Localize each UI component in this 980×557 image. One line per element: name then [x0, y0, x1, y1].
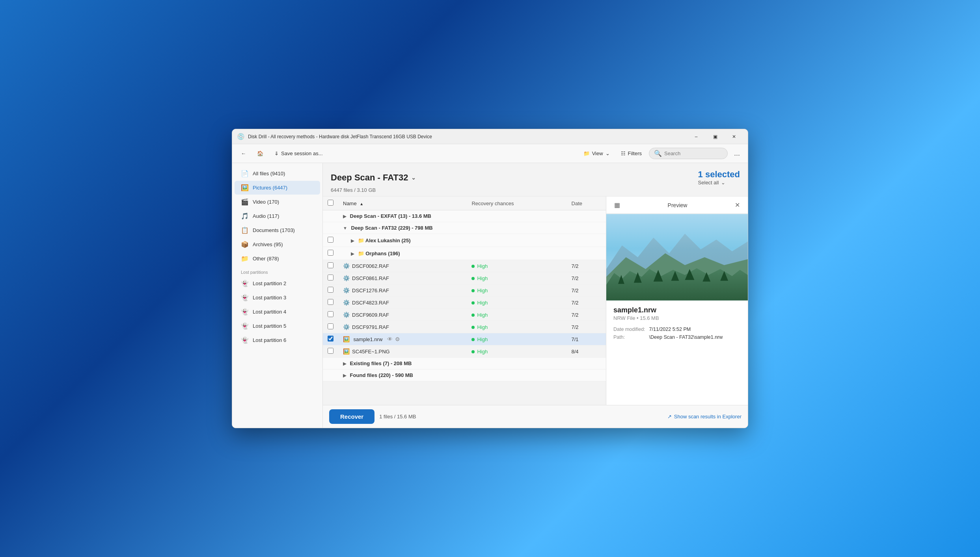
select-all-row[interactable]: Select all ⌄ — [698, 180, 740, 186]
header-name[interactable]: Name ▲ — [338, 197, 467, 210]
lost-partition-icon: 👻 — [241, 322, 249, 330]
row-checkbox[interactable] — [328, 299, 333, 305]
title-dropdown-icon[interactable]: ⌄ — [411, 175, 416, 181]
recovery-cell: High — [467, 260, 566, 272]
table-row[interactable]: ⚙️DSCF0062.RAF High 7/2 — [323, 260, 606, 272]
preview-panel: ▦ Preview ✕ — [606, 197, 748, 405]
sidebar-item-lost-4[interactable]: 👻 Lost partition 4 — [235, 305, 320, 319]
back-icon: ← — [241, 150, 246, 156]
sidebar-item-all-files[interactable]: 📄 All files (9410) — [235, 167, 320, 180]
sidebar-item-lost-2[interactable]: 👻 Lost partition 2 — [235, 277, 320, 290]
row-checkbox[interactable] — [328, 275, 333, 280]
row-checkbox[interactable] — [328, 323, 333, 329]
checkbox-cell — [323, 260, 338, 272]
preview-header: ▦ Preview ✕ — [606, 197, 748, 214]
table-row[interactable]: ⚙️DSCF1276.RAF High 7/2 — [323, 284, 606, 297]
sidebar-item-label: Pictures (6447) — [253, 185, 287, 191]
table-row[interactable]: ▼ Deep Scan - FAT32 (229) - 798 MB — [323, 222, 606, 234]
table-row[interactable]: 🖼️ sample1.nrw 👁 ⚙ High 7/1 — [323, 333, 606, 345]
date-cell: 7/2 — [567, 284, 606, 297]
maximize-button[interactable]: ▣ — [706, 131, 724, 143]
minimize-button[interactable]: – — [687, 131, 705, 143]
settings-icon[interactable]: ⚙ — [395, 336, 400, 342]
recovery-dot — [471, 301, 475, 304]
recover-button[interactable]: Recover — [329, 409, 374, 424]
documents-icon: 📋 — [241, 227, 249, 234]
date-cell: 7/2 — [567, 260, 606, 272]
table-row[interactable]: ▶ Deep Scan - EXFAT (13) - 13.6 MB — [323, 210, 606, 222]
copy-button[interactable]: ▦ — [612, 201, 622, 210]
sidebar-item-lost-6[interactable]: 👻 Lost partition 6 — [235, 333, 320, 347]
recovery-dot — [471, 289, 475, 292]
header-date[interactable]: Date — [567, 197, 606, 210]
filters-button[interactable]: ☷ Filters — [617, 148, 646, 159]
sidebar-item-label: Archives (95) — [253, 241, 283, 247]
expand-icon[interactable]: ▼ — [343, 226, 347, 230]
close-button[interactable]: ✕ — [725, 131, 743, 143]
more-button[interactable]: ... — [731, 148, 743, 159]
table-row[interactable]: ⚙️DSCF4823.RAF High 7/2 — [323, 297, 606, 309]
sidebar: 📄 All files (9410) 🖼️ Pictures (6447) 🎬 … — [232, 163, 323, 428]
sidebar-item-video[interactable]: 🎬 Video (170) — [235, 195, 320, 209]
preview-info: sample1.nrw NRW File • 15.6 MB Date modi… — [606, 301, 748, 405]
recovery-dot — [471, 314, 475, 317]
sidebar-item-audio[interactable]: 🎵 Audio (117) — [235, 209, 320, 223]
row-checkbox[interactable] — [328, 348, 333, 354]
row-checkbox[interactable] — [328, 287, 333, 293]
recovery-dot — [471, 350, 475, 353]
back-button[interactable]: ← — [237, 148, 250, 159]
expand-icon[interactable]: ▶ — [351, 251, 354, 256]
sidebar-item-documents[interactable]: 📋 Documents (1703) — [235, 223, 320, 237]
file-table: Name ▲ Recovery chances Date — [323, 197, 606, 381]
recovery-dot — [471, 338, 475, 341]
raf-file-icon: ⚙️ — [343, 287, 350, 293]
row-checkbox[interactable] — [328, 311, 333, 317]
header-recovery-chances[interactable]: Recovery chances — [467, 197, 566, 210]
png-file-icon: 🖼️ — [343, 348, 350, 355]
table-row[interactable]: ▶ 📁 Alex Lukashin (25) — [323, 234, 606, 247]
row-checkbox[interactable] — [328, 237, 333, 243]
home-button[interactable]: 🏠 — [253, 148, 267, 159]
external-link-icon: ↗ — [667, 414, 672, 420]
sidebar-item-label: Audio (117) — [253, 213, 279, 219]
view-button[interactable]: 📁 View ⌄ — [579, 148, 614, 159]
row-checkbox[interactable] — [328, 262, 333, 268]
select-all-checkbox[interactable] — [328, 200, 333, 206]
folder-icon: 📁 — [358, 238, 364, 243]
sidebar-item-label: Lost partition 4 — [253, 309, 286, 315]
row-checkbox[interactable] — [328, 336, 333, 342]
table-row[interactable]: 🖼️SC45FE~1.PNG High 8/4 — [323, 345, 606, 358]
show-in-explorer-button[interactable]: ↗ Show scan results in Explorer — [667, 414, 742, 420]
table-header-row: Name ▲ Recovery chances Date — [323, 197, 606, 210]
file-name-cell: ⚙️DSCF1276.RAF — [338, 284, 467, 297]
file-name-cell: 🖼️ sample1.nrw 👁 ⚙ — [338, 333, 467, 345]
sidebar-item-pictures[interactable]: 🖼️ Pictures (6447) — [235, 181, 320, 195]
expand-icon[interactable]: ▶ — [351, 238, 354, 243]
chevron-down-icon: ⌄ — [606, 150, 610, 156]
file-name-cell: ⚙️DSCF0062.RAF — [338, 260, 467, 272]
expand-icon[interactable]: ▶ — [343, 361, 346, 366]
content-title: Deep Scan - FAT32 ⌄ — [331, 173, 416, 183]
table-row[interactable]: ⚙️DSCF0861.RAF High 7/2 — [323, 272, 606, 284]
eye-icon[interactable]: 👁 — [387, 336, 393, 342]
folder-icon: 📁 — [358, 251, 364, 256]
table-row[interactable]: ⚙️DSCF9791.RAF High 7/2 — [323, 321, 606, 333]
table-row[interactable]: ▶ Existing files (7) - 208 MB — [323, 358, 606, 369]
sidebar-item-archives[interactable]: 📦 Archives (95) — [235, 238, 320, 251]
app-icon: 💿 — [237, 133, 245, 141]
save-session-button[interactable]: ⇓ Save session as... — [270, 148, 327, 159]
search-input[interactable] — [664, 150, 723, 156]
expand-icon[interactable]: ▶ — [343, 214, 346, 219]
sidebar-item-other[interactable]: 📁 Other (878) — [235, 252, 320, 266]
table-row[interactable]: ▶ Found files (220) - 590 MB — [323, 369, 606, 381]
preview-close-button[interactable]: ✕ — [732, 201, 742, 210]
main-window: 💿 Disk Drill - All recovery methods - Ha… — [232, 129, 748, 428]
checkbox-cell — [323, 234, 338, 247]
sidebar-item-lost-5[interactable]: 👻 Lost partition 5 — [235, 319, 320, 333]
table-row[interactable]: ⚙️DSCF9609.RAF High 7/2 — [323, 309, 606, 321]
expand-icon[interactable]: ▶ — [343, 373, 346, 378]
checkbox-cell — [323, 284, 338, 297]
row-checkbox[interactable] — [328, 250, 333, 256]
table-row[interactable]: ▶ 📁 Orphans (196) — [323, 247, 606, 260]
sidebar-item-lost-3[interactable]: 👻 Lost partition 3 — [235, 291, 320, 304]
